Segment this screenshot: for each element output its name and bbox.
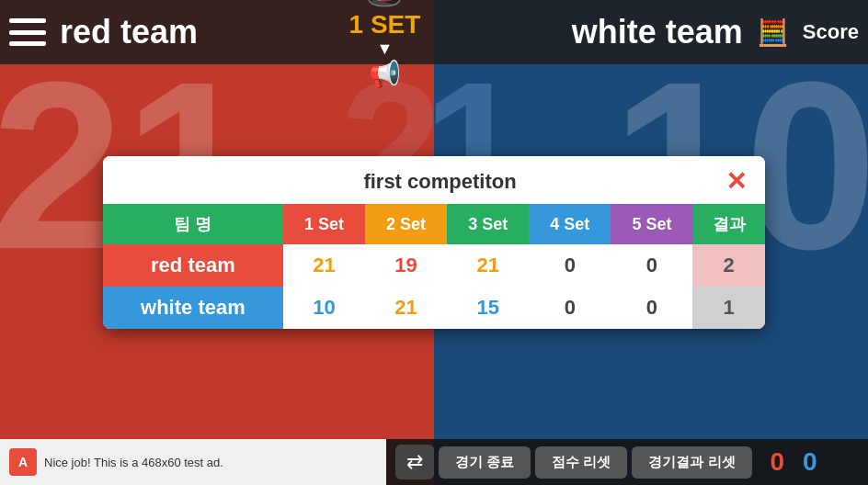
- white-set1-cell: 10: [283, 287, 365, 329]
- col-header-set2: 2 Set: [365, 204, 447, 244]
- red-team-cell: red team: [103, 244, 283, 287]
- red-set2-cell: 19: [365, 244, 447, 287]
- table-row-red: red team 21 19 21 0 0 2: [103, 244, 765, 287]
- col-header-team: 팀 명: [103, 204, 283, 244]
- col-header-result: 결과: [692, 204, 765, 244]
- modal-header: first competiton ✕: [103, 156, 765, 204]
- table-header-row: 팀 명 1 Set 2 Set 3 Set 4 Set 5 Set 결과: [103, 204, 765, 244]
- col-header-set3: 3 Set: [447, 204, 529, 244]
- modal-close-button[interactable]: ✕: [725, 169, 747, 195]
- white-result-cell: 1: [692, 287, 765, 329]
- white-team-cell: white team: [103, 287, 283, 329]
- score-table: 팀 명 1 Set 2 Set 3 Set 4 Set 5 Set 결과 red…: [103, 204, 765, 329]
- white-set5-cell: 0: [611, 287, 692, 329]
- col-header-set5: 5 Set: [611, 204, 692, 244]
- red-set4-cell: 0: [529, 244, 611, 287]
- modal-title: first competiton: [154, 170, 725, 194]
- red-set1-cell: 21: [283, 244, 365, 287]
- white-set3-cell: 15: [447, 287, 529, 329]
- modal-overlay: first competiton ✕ 팀 명 1 Set 2 Set 3 Set…: [0, 0, 868, 485]
- red-result-cell: 2: [692, 244, 765, 287]
- red-set5-cell: 0: [611, 244, 692, 287]
- results-modal: first competiton ✕ 팀 명 1 Set 2 Set 3 Set…: [103, 156, 765, 329]
- white-set2-cell: 21: [365, 287, 447, 329]
- white-set4-cell: 0: [529, 287, 611, 329]
- table-row-white: white team 10 21 15 0 0 1: [103, 287, 765, 329]
- col-header-set1: 1 Set: [283, 204, 365, 244]
- col-header-set4: 4 Set: [529, 204, 611, 244]
- red-set3-cell: 21: [447, 244, 529, 287]
